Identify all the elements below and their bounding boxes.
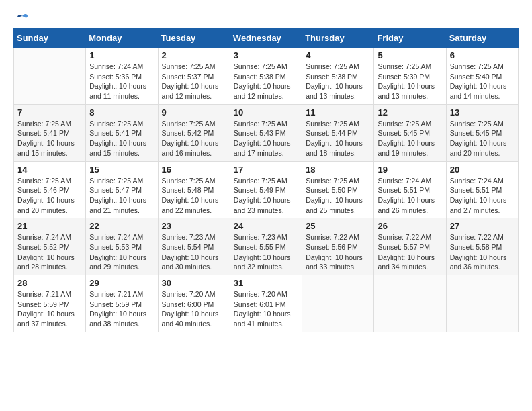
calendar-cell: 10Sunrise: 7:25 AM Sunset: 5:43 PM Dayli… (230, 104, 302, 161)
calendar-cell (302, 275, 374, 332)
day-info: Sunrise: 7:25 AM Sunset: 5:42 PM Dayligh… (162, 119, 226, 158)
day-number: 1 (89, 50, 154, 60)
day-number: 11 (306, 107, 370, 118)
calendar-cell: 6Sunrise: 7:25 AM Sunset: 5:40 PM Daylig… (446, 48, 518, 105)
day-info: Sunrise: 7:24 AM Sunset: 5:36 PM Dayligh… (89, 62, 154, 101)
day-number: 24 (234, 221, 298, 231)
page-header (13, 13, 519, 21)
day-number: 10 (234, 107, 298, 118)
calendar-cell: 18Sunrise: 7:25 AM Sunset: 5:50 PM Dayli… (302, 161, 374, 218)
calendar-cell: 8Sunrise: 7:25 AM Sunset: 5:41 PM Daylig… (86, 104, 158, 161)
weekday-header-monday: Monday (86, 29, 158, 48)
day-info: Sunrise: 7:25 AM Sunset: 5:45 PM Dayligh… (450, 119, 515, 158)
day-number: 31 (234, 278, 298, 288)
weekday-header-row: SundayMondayTuesdayWednesdayThursdayFrid… (14, 29, 519, 48)
weekday-header-sunday: Sunday (14, 29, 86, 48)
calendar-cell: 21Sunrise: 7:24 AM Sunset: 5:52 PM Dayli… (14, 218, 86, 275)
week-row-2: 7Sunrise: 7:25 AM Sunset: 5:41 PM Daylig… (14, 104, 519, 161)
logo (13, 13, 29, 21)
day-number: 12 (378, 107, 442, 118)
day-info: Sunrise: 7:25 AM Sunset: 5:50 PM Dayligh… (306, 176, 370, 216)
day-info: Sunrise: 7:24 AM Sunset: 5:53 PM Dayligh… (89, 232, 154, 272)
day-number: 7 (17, 107, 82, 118)
week-row-1: 1Sunrise: 7:24 AM Sunset: 5:36 PM Daylig… (14, 48, 519, 105)
day-number: 3 (234, 50, 298, 60)
day-number: 25 (306, 221, 370, 231)
day-info: Sunrise: 7:24 AM Sunset: 5:52 PM Dayligh… (17, 232, 82, 272)
day-number: 18 (306, 165, 370, 175)
calendar-cell: 17Sunrise: 7:25 AM Sunset: 5:49 PM Dayli… (230, 161, 302, 218)
week-row-4: 21Sunrise: 7:24 AM Sunset: 5:52 PM Dayli… (14, 218, 519, 275)
day-info: Sunrise: 7:22 AM Sunset: 5:57 PM Dayligh… (378, 232, 442, 272)
day-info: Sunrise: 7:25 AM Sunset: 5:43 PM Dayligh… (234, 119, 298, 158)
weekday-header-tuesday: Tuesday (158, 29, 230, 48)
day-number: 5 (378, 50, 442, 60)
calendar-cell (14, 48, 86, 105)
day-info: Sunrise: 7:20 AM Sunset: 6:00 PM Dayligh… (162, 289, 226, 329)
day-number: 15 (89, 165, 154, 175)
day-number: 13 (450, 107, 515, 118)
calendar-cell: 12Sunrise: 7:25 AM Sunset: 5:45 PM Dayli… (374, 104, 446, 161)
day-info: Sunrise: 7:23 AM Sunset: 5:54 PM Dayligh… (162, 232, 226, 272)
calendar-cell: 19Sunrise: 7:24 AM Sunset: 5:51 PM Dayli… (374, 161, 446, 218)
calendar-cell: 11Sunrise: 7:25 AM Sunset: 5:44 PM Dayli… (302, 104, 374, 161)
calendar-cell: 1Sunrise: 7:24 AM Sunset: 5:36 PM Daylig… (86, 48, 158, 105)
calendar-cell: 13Sunrise: 7:25 AM Sunset: 5:45 PM Dayli… (446, 104, 518, 161)
day-info: Sunrise: 7:21 AM Sunset: 5:59 PM Dayligh… (89, 289, 154, 329)
day-number: 14 (17, 165, 82, 175)
day-number: 8 (89, 107, 154, 118)
day-number: 23 (162, 221, 226, 231)
day-number: 4 (306, 50, 370, 60)
week-row-5: 28Sunrise: 7:21 AM Sunset: 5:59 PM Dayli… (14, 275, 519, 332)
calendar-cell: 31Sunrise: 7:20 AM Sunset: 6:01 PM Dayli… (230, 275, 302, 332)
day-number: 30 (162, 278, 226, 288)
day-number: 20 (450, 165, 515, 175)
day-number: 2 (162, 50, 226, 60)
day-info: Sunrise: 7:25 AM Sunset: 5:49 PM Dayligh… (234, 176, 298, 216)
day-info: Sunrise: 7:25 AM Sunset: 5:44 PM Dayligh… (306, 119, 370, 158)
day-info: Sunrise: 7:24 AM Sunset: 5:51 PM Dayligh… (378, 176, 442, 216)
day-info: Sunrise: 7:23 AM Sunset: 5:55 PM Dayligh… (234, 232, 298, 272)
calendar-cell: 15Sunrise: 7:25 AM Sunset: 5:47 PM Dayli… (86, 161, 158, 218)
day-info: Sunrise: 7:25 AM Sunset: 5:48 PM Dayligh… (162, 176, 226, 216)
weekday-header-thursday: Thursday (302, 29, 374, 48)
calendar-cell: 9Sunrise: 7:25 AM Sunset: 5:42 PM Daylig… (158, 104, 230, 161)
day-info: Sunrise: 7:25 AM Sunset: 5:45 PM Dayligh… (378, 119, 442, 158)
calendar-cell: 7Sunrise: 7:25 AM Sunset: 5:41 PM Daylig… (14, 104, 86, 161)
weekday-header-friday: Friday (374, 29, 446, 48)
calendar-cell: 29Sunrise: 7:21 AM Sunset: 5:59 PM Dayli… (86, 275, 158, 332)
calendar-cell: 4Sunrise: 7:25 AM Sunset: 5:38 PM Daylig… (302, 48, 374, 105)
day-number: 19 (378, 165, 442, 175)
day-info: Sunrise: 7:22 AM Sunset: 5:56 PM Dayligh… (306, 232, 370, 272)
calendar-cell: 22Sunrise: 7:24 AM Sunset: 5:53 PM Dayli… (86, 218, 158, 275)
week-row-3: 14Sunrise: 7:25 AM Sunset: 5:46 PM Dayli… (14, 161, 519, 218)
logo-bird-icon (15, 13, 29, 24)
day-info: Sunrise: 7:22 AM Sunset: 5:58 PM Dayligh… (450, 232, 515, 272)
day-number: 28 (17, 278, 82, 288)
day-info: Sunrise: 7:25 AM Sunset: 5:37 PM Dayligh… (162, 62, 226, 101)
day-info: Sunrise: 7:25 AM Sunset: 5:38 PM Dayligh… (306, 62, 370, 101)
day-info: Sunrise: 7:25 AM Sunset: 5:46 PM Dayligh… (17, 176, 82, 216)
calendar-cell: 28Sunrise: 7:21 AM Sunset: 5:59 PM Dayli… (14, 275, 86, 332)
day-number: 17 (234, 165, 298, 175)
weekday-header-saturday: Saturday (446, 29, 518, 48)
day-number: 16 (162, 165, 226, 175)
calendar-cell: 23Sunrise: 7:23 AM Sunset: 5:54 PM Dayli… (158, 218, 230, 275)
weekday-header-wednesday: Wednesday (230, 29, 302, 48)
calendar-cell: 14Sunrise: 7:25 AM Sunset: 5:46 PM Dayli… (14, 161, 86, 218)
calendar-cell: 20Sunrise: 7:24 AM Sunset: 5:51 PM Dayli… (446, 161, 518, 218)
day-info: Sunrise: 7:25 AM Sunset: 5:41 PM Dayligh… (89, 119, 154, 158)
calendar-cell: 27Sunrise: 7:22 AM Sunset: 5:58 PM Dayli… (446, 218, 518, 275)
calendar-cell: 16Sunrise: 7:25 AM Sunset: 5:48 PM Dayli… (158, 161, 230, 218)
day-info: Sunrise: 7:24 AM Sunset: 5:51 PM Dayligh… (450, 176, 515, 216)
calendar-cell: 26Sunrise: 7:22 AM Sunset: 5:57 PM Dayli… (374, 218, 446, 275)
day-number: 6 (450, 50, 515, 60)
calendar-cell: 30Sunrise: 7:20 AM Sunset: 6:00 PM Dayli… (158, 275, 230, 332)
calendar-cell (374, 275, 446, 332)
calendar-cell: 5Sunrise: 7:25 AM Sunset: 5:39 PM Daylig… (374, 48, 446, 105)
day-info: Sunrise: 7:25 AM Sunset: 5:47 PM Dayligh… (89, 176, 154, 216)
calendar-cell: 24Sunrise: 7:23 AM Sunset: 5:55 PM Dayli… (230, 218, 302, 275)
calendar-table: SundayMondayTuesdayWednesdayThursdayFrid… (13, 28, 519, 332)
day-number: 21 (17, 221, 82, 231)
day-number: 29 (89, 278, 154, 288)
